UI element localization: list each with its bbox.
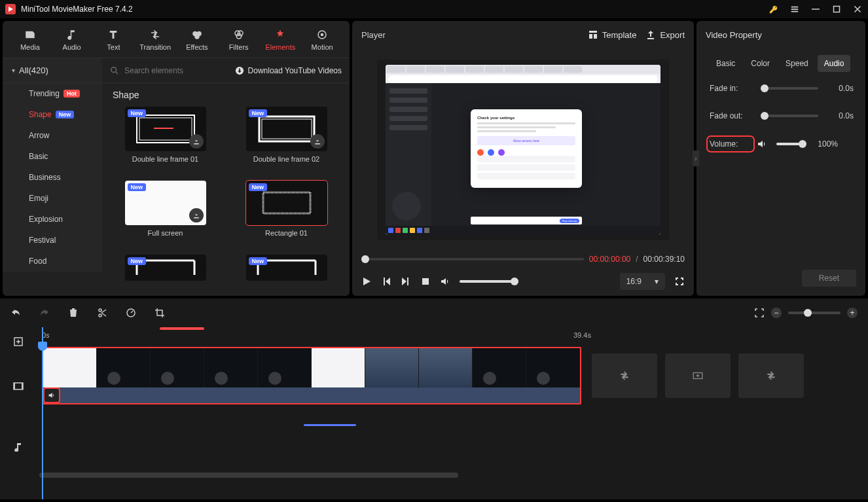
speed-icon[interactable] — [126, 308, 136, 318]
element-card[interactable]: New — [231, 255, 342, 293]
category-all[interactable]: ▾ All(420) — [3, 58, 102, 83]
element-card[interactable]: New Double line frame 01 — [110, 107, 221, 175]
hot-badge: Hot — [63, 90, 80, 98]
reset-button[interactable]: Reset — [802, 270, 856, 287]
maximize-icon[interactable] — [831, 4, 842, 14]
time-current: 00:00:00:00 — [589, 255, 630, 264]
video-clip[interactable] — [42, 347, 581, 404]
transition-drop[interactable] — [592, 353, 657, 398]
video-track[interactable] — [37, 346, 868, 406]
next-frame-icon[interactable] — [401, 276, 411, 287]
clip-volume-icon[interactable] — [45, 389, 59, 402]
play-icon[interactable] — [361, 276, 372, 287]
download-icon[interactable] — [310, 134, 325, 149]
video-track-icon — [0, 356, 37, 416]
svg-rect-25 — [22, 383, 23, 389]
menu-icon[interactable] — [789, 4, 800, 14]
progress-slider[interactable] — [361, 258, 584, 260]
tab-motion[interactable]: Motion — [301, 25, 343, 55]
zoom-out-button[interactable]: − — [771, 308, 782, 318]
aspect-ratio-select[interactable]: 16:9▾ — [620, 273, 665, 290]
zoom-slider[interactable] — [788, 312, 841, 314]
elements-section-title: Shape — [102, 83, 350, 104]
property-title: Video Property — [696, 21, 865, 48]
svg-point-8 — [236, 34, 242, 39]
template-button[interactable]: Template — [588, 29, 637, 40]
chevron-down-icon: ▾ — [12, 67, 15, 74]
category-basic[interactable]: Basic — [3, 146, 102, 167]
audio-track-icon — [0, 416, 37, 476]
fade-in-slider[interactable] — [761, 87, 818, 90]
redo-icon[interactable] — [39, 308, 50, 318]
category-list: TrendingHot ShapeNew Arrow Basic Busines… — [3, 83, 102, 272]
music-track[interactable] — [37, 406, 868, 445]
volume-slider[interactable] — [776, 143, 803, 145]
volume-icon[interactable] — [757, 139, 767, 149]
property-panel: › Video Property Basic Color Speed Audio… — [696, 21, 865, 296]
tab-filters[interactable]: Filters — [218, 25, 260, 55]
prop-tab-audio[interactable]: Audio — [818, 55, 851, 72]
download-icon[interactable] — [189, 134, 204, 149]
search-icon — [110, 66, 119, 75]
element-card[interactable]: New — [110, 255, 221, 293]
player-volume-slider[interactable] — [460, 280, 518, 283]
crop-icon[interactable] — [154, 308, 165, 318]
playhead[interactable] — [42, 327, 43, 499]
tab-audio[interactable]: Audio — [51, 25, 93, 55]
svg-rect-2 — [834, 7, 840, 12]
undo-icon[interactable] — [10, 308, 21, 318]
download-youtube-link[interactable]: Download YouTube Videos — [235, 66, 342, 75]
delete-icon[interactable] — [68, 308, 79, 318]
player-panel: Player Template Export Check your settin… — [352, 21, 694, 296]
tab-effects[interactable]: Effects — [176, 25, 218, 55]
prev-frame-icon[interactable] — [381, 276, 391, 287]
volume-icon[interactable] — [440, 276, 450, 287]
stop-icon[interactable] — [420, 276, 431, 287]
svg-rect-1 — [812, 9, 820, 10]
ruler-marker — [160, 327, 204, 330]
export-button[interactable]: Export — [645, 29, 685, 40]
element-card[interactable]: New Full screen — [110, 181, 221, 249]
svg-marker-0 — [9, 7, 13, 12]
volume-value: 100% — [812, 139, 838, 149]
fade-out-slider[interactable] — [761, 115, 818, 117]
fade-out-value: 0.0s — [827, 111, 854, 120]
zoom-in-button[interactable]: + — [847, 308, 858, 318]
download-icon[interactable] — [189, 208, 204, 223]
category-business[interactable]: Business — [3, 167, 102, 188]
timeline-ruler[interactable]: 0s 39.4s — [37, 327, 868, 346]
svg-rect-16 — [259, 117, 314, 141]
tab-elements[interactable]: Elements — [260, 25, 302, 55]
category-emoji[interactable]: Emoji — [3, 188, 102, 209]
tab-text[interactable]: Text — [93, 25, 135, 55]
collapse-handle[interactable]: › — [693, 151, 699, 166]
search-input[interactable] — [124, 66, 230, 75]
fullscreen-icon[interactable] — [674, 276, 685, 287]
timeline-scrollbar[interactable] — [37, 471, 868, 479]
category-trending[interactable]: TrendingHot — [3, 83, 102, 104]
close-icon[interactable] — [852, 4, 863, 14]
prop-tab-color[interactable]: Color — [744, 55, 776, 72]
fade-in-value: 0.0s — [827, 84, 854, 93]
svg-rect-17 — [262, 119, 312, 139]
element-card[interactable]: New Rectangle 01 — [231, 181, 342, 249]
preview-area[interactable]: Check your settings Allow access here St… — [352, 48, 694, 251]
category-festival[interactable]: Festival — [3, 230, 102, 251]
minimize-icon[interactable] — [810, 4, 821, 14]
svg-point-10 — [321, 33, 324, 37]
element-card[interactable]: New Double line frame 02 — [231, 107, 342, 175]
prop-tab-speed[interactable]: Speed — [779, 55, 815, 72]
transition-drop[interactable] — [738, 353, 804, 398]
category-explosion[interactable]: Explosion — [3, 209, 102, 230]
category-shape[interactable]: ShapeNew — [3, 104, 102, 125]
split-icon[interactable] — [97, 308, 107, 318]
tab-media[interactable]: Media — [9, 25, 51, 55]
prop-tab-basic[interactable]: Basic — [710, 55, 742, 72]
category-arrow[interactable]: Arrow — [3, 125, 102, 146]
tab-transition[interactable]: Transition — [134, 25, 176, 55]
fit-icon[interactable] — [754, 308, 765, 318]
category-food[interactable]: Food — [3, 251, 102, 272]
add-track-button[interactable] — [0, 327, 37, 356]
media-drop[interactable] — [665, 353, 731, 398]
key-icon[interactable] — [769, 4, 779, 14]
